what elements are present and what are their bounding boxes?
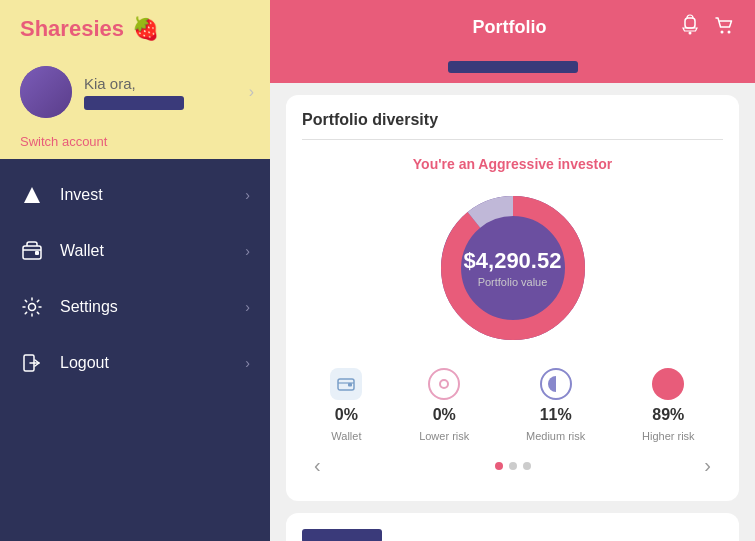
next-page-button[interactable]: › — [696, 450, 719, 481]
svg-rect-2 — [35, 251, 39, 255]
sidebar: Sharesies 🍓 Kia ora, › Switch account In… — [0, 0, 270, 541]
portfolio-value: $4,290.52 — [464, 248, 562, 274]
portfolio-diversity-card: Portfolio diversity You're an Aggressive… — [286, 95, 739, 501]
wallet-chevron: › — [245, 243, 250, 259]
section-title: Portfolio diversity — [302, 111, 723, 140]
higher-risk-pct: 89% — [652, 406, 684, 424]
donut-center: $4,290.52 Portfolio value — [464, 248, 562, 288]
main-content: Portfolio — [270, 0, 755, 541]
investor-type-text: You're an Aggressive investor — [302, 156, 723, 172]
sidebar-item-wallet-label: Wallet — [60, 242, 229, 260]
invest-chevron: › — [245, 187, 250, 203]
logo-text: Sharesies — [20, 16, 124, 42]
higher-risk-label: Higher risk — [642, 430, 695, 442]
svg-rect-5 — [685, 18, 695, 28]
logout-icon — [20, 351, 44, 375]
portfolio-value-label: Portfolio value — [464, 276, 562, 288]
main-header: Portfolio — [270, 0, 755, 55]
cart-icon[interactable] — [713, 14, 735, 41]
avatar — [20, 66, 72, 118]
user-name-blurred — [84, 96, 184, 110]
logout-chevron: › — [245, 355, 250, 371]
page-dot-3 — [523, 462, 531, 470]
sidebar-item-invest-label: Invest — [60, 186, 229, 204]
lower-risk-label: Lower risk — [419, 430, 469, 442]
wallet-pct: 0% — [335, 406, 358, 424]
svg-point-6 — [689, 32, 692, 35]
switch-account-link[interactable]: Switch account — [0, 132, 270, 159]
svg-marker-0 — [24, 187, 40, 203]
invest-icon — [20, 183, 44, 207]
higher-risk-icon — [652, 368, 684, 400]
sidebar-item-logout[interactable]: Logout › — [0, 335, 270, 391]
alloc-medium-risk: 11% Medium risk — [526, 368, 585, 442]
wallet-label: Wallet — [331, 430, 361, 442]
settings-icon — [20, 295, 44, 319]
name-bar — [270, 55, 755, 83]
sidebar-item-settings-label: Settings — [60, 298, 229, 316]
allocation-row: 0% Wallet 0% Lower risk 11% — [302, 368, 723, 442]
svg-point-7 — [721, 31, 724, 34]
prev-page-button[interactable]: ‹ — [306, 450, 329, 481]
investor-type: Aggressive — [478, 156, 553, 172]
page-dot-1 — [495, 462, 503, 470]
sidebar-item-logout-label: Logout — [60, 354, 229, 372]
sidebar-item-wallet[interactable]: Wallet › — [0, 223, 270, 279]
medium-risk-label: Medium risk — [526, 430, 585, 442]
avatar-image — [20, 66, 72, 118]
page-dot-2 — [509, 462, 517, 470]
scroll-area[interactable]: Portfolio diversity You're an Aggressive… — [270, 83, 755, 541]
notification-icon[interactable] — [679, 14, 701, 41]
investor-suffix: investor — [554, 156, 612, 172]
lower-risk-pct: 0% — [433, 406, 456, 424]
header-title: Portfolio — [340, 17, 679, 38]
logo-icon: 🍓 — [132, 16, 159, 42]
user-section-arrow: › — [249, 83, 254, 101]
wallet-nav-icon — [20, 239, 44, 263]
settings-chevron: › — [245, 299, 250, 315]
svg-point-8 — [728, 31, 731, 34]
donut-chart-container: $4,290.52 Portfolio value — [302, 188, 723, 348]
medium-risk-icon — [540, 368, 572, 400]
user-info: Kia ora, — [84, 75, 250, 110]
investor-prefix: You're an — [413, 156, 479, 172]
sidebar-header: Sharesies 🍓 — [0, 0, 270, 54]
alloc-wallet: 0% Wallet — [330, 368, 362, 442]
alloc-lower-risk: 0% Lower risk — [419, 368, 469, 442]
svg-point-3 — [29, 304, 36, 311]
pagination: ‹ › — [302, 442, 723, 485]
donut-wrapper: $4,290.52 Portfolio value — [433, 188, 593, 348]
user-greeting: Kia ora, — [84, 75, 250, 92]
medium-risk-pct: 11% — [540, 406, 572, 424]
sidebar-item-settings[interactable]: Settings › — [0, 279, 270, 335]
investments-label-blurred — [302, 529, 382, 541]
wallet-alloc-icon — [330, 368, 362, 400]
lower-risk-icon — [428, 368, 460, 400]
name-blurred — [448, 61, 578, 73]
sidebar-item-invest[interactable]: Invest › — [0, 167, 270, 223]
user-section[interactable]: Kia ora, › — [0, 54, 270, 132]
sidebar-nav: Invest › Wallet › — [0, 159, 270, 541]
investments-section — [286, 513, 739, 541]
header-icons — [679, 14, 735, 41]
alloc-higher-risk: 89% Higher risk — [642, 368, 695, 442]
page-dots — [495, 462, 531, 470]
sidebar-logo: Sharesies 🍓 — [20, 16, 159, 42]
